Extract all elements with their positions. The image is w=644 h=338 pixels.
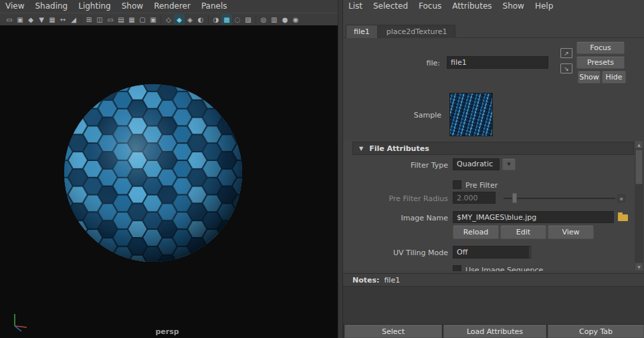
focus-button[interactable]: Focus xyxy=(576,41,625,54)
toolbar-separator xyxy=(81,15,82,24)
image-plane-icon[interactable]: ▦ xyxy=(47,14,58,25)
resolution-gate-icon[interactable]: ▭ xyxy=(105,14,116,25)
menu-list[interactable]: List xyxy=(343,0,368,13)
section-title: File Attributes xyxy=(369,144,429,153)
attribute-editor-footer: Select Load Attributes Copy Tab xyxy=(343,324,644,338)
browse-folder-button[interactable] xyxy=(617,212,630,222)
toolbar-separator xyxy=(160,15,161,24)
pre-filter-radius-input[interactable] xyxy=(453,192,496,204)
multisample-icon[interactable]: ▨ xyxy=(243,14,253,25)
texture-sample-swatch[interactable] xyxy=(449,93,493,136)
node-tab-bar: file1 place2dTexture1 xyxy=(343,25,644,38)
folder-icon xyxy=(618,214,628,221)
select-button[interactable]: Select xyxy=(344,325,442,338)
ao-icon[interactable]: ▩ xyxy=(221,14,232,25)
select-camera-icon[interactable]: ▭ xyxy=(4,14,15,25)
bookmark-icon[interactable]: ▼ xyxy=(36,14,47,25)
attributes-scroll-area: ▼ File Attributes Filter Type Quadratic … xyxy=(343,140,644,271)
menu-panels[interactable]: Panels xyxy=(196,0,233,13)
isolate-select-icon[interactable]: ◎ xyxy=(258,14,269,25)
show-button[interactable]: Show xyxy=(578,71,601,83)
lights-icon[interactable]: ◐ xyxy=(195,14,206,25)
viewport-toolbar: ▭ ▣ ◆ ▼ ▦ ↔ ◢ ⊞ ◫ ▭ ▤ ▦ ▢ ▣ ◇ ◆ ◈ ◐ ◑ ▩ … xyxy=(0,13,338,25)
node-name-input[interactable] xyxy=(447,56,548,69)
shaded-icon[interactable]: ◆ xyxy=(174,14,185,25)
notes-node-name: file1 xyxy=(384,276,400,285)
hide-button[interactable]: Hide xyxy=(602,71,626,83)
grease-pencil-icon[interactable]: ◢ xyxy=(68,14,79,25)
use-image-sequence-checkbox[interactable] xyxy=(453,265,461,271)
panel-splitter[interactable] xyxy=(338,0,343,338)
pre-filter-radius-label: Pre Filter Radius xyxy=(343,194,448,203)
filter-type-label: Filter Type xyxy=(343,161,448,170)
collapse-arrow-icon: ▼ xyxy=(359,146,363,152)
uv-tiling-mode-label: UV Tiling Mode xyxy=(343,248,448,257)
filter-type-dropdown[interactable]: Quadratic xyxy=(453,158,500,170)
attribute-editor-menubar: List Selected Focus Attributes Show Help xyxy=(343,0,644,13)
notes-header: Notes: file1 xyxy=(343,273,644,286)
filter-type-dropdown-arrow-icon[interactable]: ▼ xyxy=(502,158,516,170)
menu-show-ae[interactable]: Show xyxy=(498,0,530,13)
tab-file1[interactable]: file1 xyxy=(346,25,378,38)
menu-view[interactable]: View xyxy=(0,0,29,13)
menu-focus[interactable]: Focus xyxy=(413,0,447,13)
toolbar-separator xyxy=(208,15,209,24)
viewport-canvas[interactable]: persp xyxy=(0,25,338,338)
pre-filter-radius-slider[interactable] xyxy=(504,198,615,199)
pre-filter-checkbox[interactable] xyxy=(453,180,461,189)
gamma-icon[interactable]: ◉ xyxy=(290,14,301,25)
image-name-input[interactable] xyxy=(453,211,614,223)
reload-button[interactable]: Reload xyxy=(453,225,499,239)
attribute-editor-panel: List Selected Focus Attributes Show Help… xyxy=(343,0,644,338)
safe-action-icon[interactable]: ▢ xyxy=(137,14,148,25)
exposure-icon[interactable]: ● xyxy=(280,14,290,25)
camera-name-label: persp xyxy=(140,327,194,336)
lock-camera-icon[interactable]: ▣ xyxy=(15,14,25,25)
load-attributes-button[interactable]: Load Attributes xyxy=(443,325,546,338)
edit-button[interactable]: Edit xyxy=(500,225,546,239)
image-name-label: Image Name xyxy=(343,214,448,222)
grid-icon[interactable]: ⊞ xyxy=(84,14,94,25)
gate-mask-icon[interactable]: ▤ xyxy=(116,14,126,25)
copy-tab-button[interactable]: Copy Tab xyxy=(548,325,644,338)
view-button[interactable]: View xyxy=(548,225,594,239)
camera-attributes-icon[interactable]: ◆ xyxy=(25,14,36,25)
uv-tiling-mode-dropdown[interactable]: Off xyxy=(453,246,532,259)
textured-icon[interactable]: ◈ xyxy=(185,14,195,25)
menu-selected[interactable]: Selected xyxy=(368,0,413,13)
file-attributes-section-header[interactable]: ▼ File Attributes xyxy=(352,142,634,155)
xray-icon[interactable]: ▥ xyxy=(269,14,280,25)
sample-label: Sample xyxy=(343,111,441,120)
tab-place2dtexture1[interactable]: place2dTexture1 xyxy=(379,25,455,38)
viewport-menubar: View Shading Lighting Show Renderer Pane… xyxy=(0,0,338,13)
motion-blur-icon[interactable]: ◌ xyxy=(232,14,243,25)
slider-handle[interactable] xyxy=(512,193,517,203)
shadows-icon[interactable]: ◑ xyxy=(211,14,221,25)
scroll-down-icon[interactable]: ▼ xyxy=(635,263,643,271)
maya-window: View Shading Lighting Show Renderer Pane… xyxy=(0,0,644,338)
popout-down-icon[interactable]: ↘ xyxy=(560,63,572,73)
map-texture-icon[interactable]: ▪ xyxy=(617,194,625,202)
menu-renderer[interactable]: Renderer xyxy=(148,0,196,13)
field-chart-icon[interactable]: ▦ xyxy=(126,14,137,25)
notes-textarea[interactable] xyxy=(343,286,644,324)
presets-button[interactable]: Presets xyxy=(576,56,625,69)
scrollbar-thumb[interactable] xyxy=(635,150,643,184)
menu-show[interactable]: Show xyxy=(116,0,148,13)
menu-help[interactable]: Help xyxy=(530,0,558,13)
pan-zoom-icon[interactable]: ↔ xyxy=(58,14,68,25)
pre-filter-label: Pre Filter xyxy=(465,181,498,190)
vertical-scrollbar[interactable]: ▲ ▼ xyxy=(635,140,643,271)
safe-title-icon[interactable]: ▣ xyxy=(148,14,158,25)
menu-lighting[interactable]: Lighting xyxy=(73,0,116,13)
wireframe-icon[interactable]: ◇ xyxy=(163,14,174,25)
popout-up-icon[interactable]: ↗ xyxy=(560,48,572,58)
scroll-up-icon[interactable]: ▲ xyxy=(635,140,643,149)
toolbar-separator xyxy=(255,15,256,24)
file-field-label: file: xyxy=(343,59,440,67)
menu-attributes[interactable]: Attributes xyxy=(447,0,497,13)
view-axis-indicator xyxy=(7,306,33,335)
menu-shading[interactable]: Shading xyxy=(29,0,73,13)
film-gate-icon[interactable]: ◫ xyxy=(94,14,105,25)
textured-sphere[interactable] xyxy=(63,83,243,263)
